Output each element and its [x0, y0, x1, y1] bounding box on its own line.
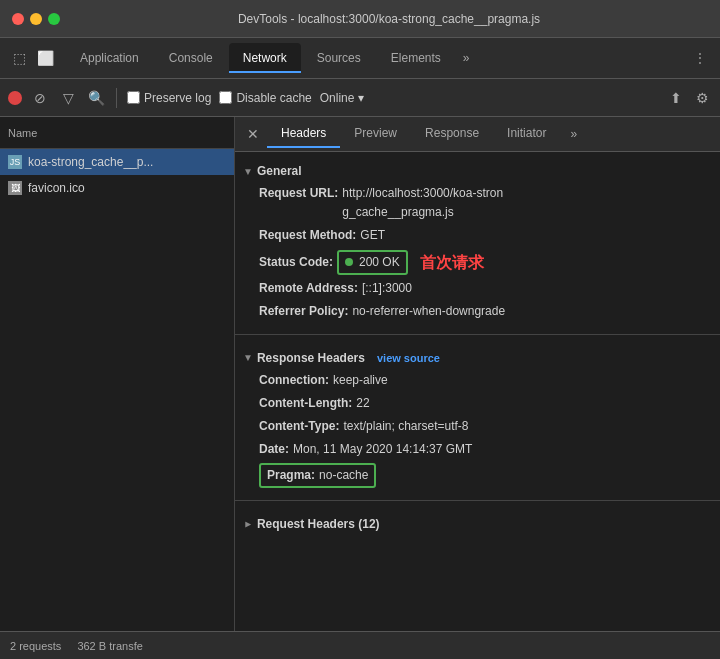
device-icon[interactable]: ⬜ — [34, 47, 56, 69]
general-section-title: ▼ General — [243, 158, 708, 182]
devtools-icons: ⬚ ⬜ — [8, 47, 56, 69]
tab-network[interactable]: Network — [229, 43, 301, 73]
content-type-key: Content-Type: — [259, 417, 339, 436]
connection-key: Connection: — [259, 371, 329, 390]
response-header-content-length: Content-Length: 22 — [243, 392, 708, 415]
request-headers-title[interactable]: ▼ Request Headers (12) — [243, 511, 708, 535]
traffic-lights — [12, 13, 60, 25]
request-count: 2 requests — [10, 640, 61, 652]
status-code-badge: 200 OK — [337, 250, 408, 275]
request-url-row: Request URL: http://localhost:3000/koa-s… — [243, 182, 708, 224]
network-toolbar: ⊘ ▽ 🔍 Preserve log Disable cache Online … — [0, 79, 720, 117]
sub-tab-bar: ✕ Headers Preview Response Initiator » — [235, 117, 720, 152]
response-headers-section: ▼ Response Headers view source Connectio… — [235, 339, 720, 497]
request-headers-arrow-icon: ▼ — [242, 520, 253, 530]
inspect-icon[interactable]: ⬚ — [8, 47, 30, 69]
divider-1 — [235, 334, 720, 335]
disable-cache-label[interactable]: Disable cache — [219, 91, 311, 105]
preserve-log-label[interactable]: Preserve log — [127, 91, 211, 105]
maximize-window-button[interactable] — [48, 13, 60, 25]
status-annotation: 首次请求 — [420, 250, 484, 276]
file-type-icon-0: JS — [8, 155, 22, 169]
window-title: DevTools - localhost:3000/koa-strong_cac… — [70, 12, 708, 26]
referrer-policy-key: Referrer Policy: — [259, 302, 348, 321]
right-panel: ✕ Headers Preview Response Initiator » ▼… — [235, 117, 720, 631]
connection-value: keep-alive — [333, 371, 388, 390]
tab-elements[interactable]: Elements — [377, 45, 455, 71]
referrer-policy-row: Referrer Policy: no-referrer-when-downgr… — [243, 300, 708, 323]
sub-tab-initiator[interactable]: Initiator — [493, 120, 560, 148]
content-type-value: text/plain; charset=utf-8 — [343, 417, 468, 436]
sub-tab-response[interactable]: Response — [411, 120, 493, 148]
minimize-window-button[interactable] — [30, 13, 42, 25]
request-headers-section: ▼ Request Headers (12) — [235, 505, 720, 541]
content-length-value: 22 — [356, 394, 369, 413]
pragma-key: Pragma: — [267, 466, 315, 485]
pragma-badge: Pragma: no-cache — [259, 463, 376, 488]
record-button[interactable] — [8, 91, 22, 105]
close-window-button[interactable] — [12, 13, 24, 25]
preserve-log-checkbox[interactable] — [127, 91, 140, 104]
view-source-link[interactable]: view source — [377, 352, 440, 364]
remote-address-row: Remote Address: [::1]:3000 — [243, 277, 708, 300]
filter-icon[interactable]: ▽ — [58, 88, 78, 108]
toolbar-right: ⬆ ⚙ — [666, 88, 712, 108]
stop-icon[interactable]: ⊘ — [30, 88, 50, 108]
response-header-content-type: Content-Type: text/plain; charset=utf-8 — [243, 415, 708, 438]
devtools-menu-button[interactable]: ⋮ — [688, 47, 712, 69]
sub-tab-headers[interactable]: Headers — [267, 120, 340, 148]
search-icon[interactable]: 🔍 — [86, 88, 106, 108]
date-value: Mon, 11 May 2020 14:14:37 GMT — [293, 440, 472, 459]
divider-2 — [235, 500, 720, 501]
request-method-row: Request Method: GET — [243, 224, 708, 247]
upload-icon[interactable]: ⬆ — [666, 88, 686, 108]
file-list-panel: Name JS koa-strong_cache__p... 🖼 favicon… — [0, 117, 235, 631]
response-header-connection: Connection: keep-alive — [243, 369, 708, 392]
status-bar: 2 requests 362 B transfe — [0, 631, 720, 659]
more-sub-tabs-button[interactable]: » — [564, 123, 583, 145]
file-name-1: favicon.ico — [28, 181, 85, 195]
file-item-0[interactable]: JS koa-strong_cache__p... — [0, 149, 234, 175]
response-header-date: Date: Mon, 11 May 2020 14:14:37 GMT — [243, 438, 708, 461]
remote-address-key: Remote Address: — [259, 279, 358, 298]
status-dot-icon — [345, 258, 353, 266]
response-header-pragma: Pragma: no-cache — [243, 461, 708, 490]
throttle-selector[interactable]: Online ▾ — [320, 91, 365, 105]
file-type-icon-1: 🖼 — [8, 181, 22, 195]
file-item-1[interactable]: 🖼 favicon.ico — [0, 175, 234, 201]
general-section: ▼ General Request URL: http://localhost:… — [235, 152, 720, 330]
title-bar: DevTools - localhost:3000/koa-strong_cac… — [0, 0, 720, 38]
tab-application[interactable]: Application — [66, 45, 153, 71]
file-list-header: Name — [0, 117, 234, 149]
pragma-value: no-cache — [319, 466, 368, 485]
request-method-key: Request Method: — [259, 226, 356, 245]
remote-address-value: [::1]:3000 — [362, 279, 412, 298]
headers-content: ▼ General Request URL: http://localhost:… — [235, 152, 720, 631]
main-tab-bar: ⬚ ⬜ Application Console Network Sources … — [0, 38, 720, 79]
close-panel-button[interactable]: ✕ — [239, 122, 267, 146]
sub-tab-preview[interactable]: Preview — [340, 120, 411, 148]
status-code-row: Status Code: 200 OK 首次请求 — [243, 248, 708, 278]
content-length-key: Content-Length: — [259, 394, 352, 413]
more-tabs-button[interactable]: » — [457, 47, 476, 69]
general-arrow-icon: ▼ — [243, 166, 253, 177]
separator — [116, 88, 117, 108]
response-headers-arrow-icon: ▼ — [243, 352, 253, 363]
disable-cache-checkbox[interactable] — [219, 91, 232, 104]
referrer-policy-value: no-referrer-when-downgrade — [352, 302, 505, 321]
request-url-value: http://localhost:3000/koa-strong_cache__… — [342, 184, 503, 222]
main-content: Name JS koa-strong_cache__p... 🖼 favicon… — [0, 117, 720, 631]
tab-sources[interactable]: Sources — [303, 45, 375, 71]
request-method-value: GET — [360, 226, 385, 245]
response-headers-title: ▼ Response Headers view source — [243, 345, 708, 369]
file-name-0: koa-strong_cache__p... — [28, 155, 153, 169]
chevron-down-icon: ▾ — [358, 91, 364, 105]
transfer-size: 362 B transfe — [77, 640, 142, 652]
request-url-key: Request URL: — [259, 184, 338, 222]
status-code-key: Status Code: — [259, 253, 333, 272]
settings-icon[interactable]: ⚙ — [692, 88, 712, 108]
date-key: Date: — [259, 440, 289, 459]
status-code-value: 200 OK — [359, 253, 400, 272]
tab-console[interactable]: Console — [155, 45, 227, 71]
